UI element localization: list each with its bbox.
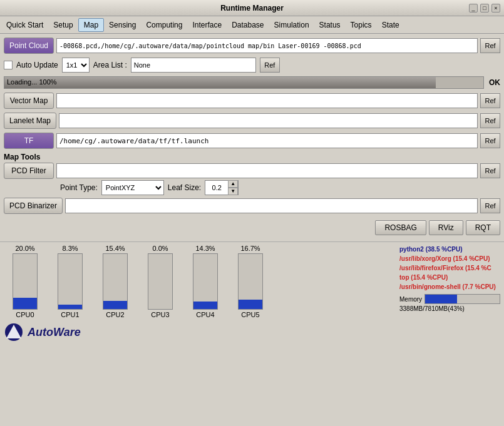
cpu-percent-4: 14.3% bbox=[195, 245, 215, 252]
cpu-item-5: 16.7%CPU5 bbox=[229, 245, 272, 318]
menu-topics[interactable]: Topics bbox=[346, 19, 377, 31]
main-panel: Point Cloud Ref Auto Update 1x1 Area Lis… bbox=[0, 34, 504, 241]
menu-computing[interactable]: Computing bbox=[141, 19, 187, 31]
menu-status[interactable]: Status bbox=[314, 19, 346, 31]
pcd-binarizer-row: PCD Binarizer Ref bbox=[4, 198, 500, 214]
tf-ref-button[interactable]: Ref bbox=[480, 133, 500, 148]
menu-interface[interactable]: Interface bbox=[187, 19, 227, 31]
cpu-label-5: CPU5 bbox=[241, 311, 259, 318]
cpu-bars: 20.0%CPU08.3%CPU115.4%CPU20.0%CPU314.3%C… bbox=[4, 245, 397, 318]
tf-input[interactable] bbox=[56, 133, 478, 148]
pcd-binarizer-input[interactable] bbox=[65, 198, 478, 213]
cpu-bar-fill-0 bbox=[13, 298, 37, 309]
loading-label: Loading... 100% bbox=[7, 78, 57, 86]
point-cloud-row: Point Cloud Ref bbox=[4, 38, 500, 54]
cpu-label-3: CPU3 bbox=[151, 311, 169, 318]
menu-quickstart[interactable]: Quick Start bbox=[1, 19, 48, 31]
process-line-3: /usr/lib/firefox/Firefox (15.4 %C bbox=[399, 263, 500, 273]
cpu-item-4: 14.3%CPU4 bbox=[184, 245, 227, 318]
menubar: Quick Start Setup Map Sensing Computing … bbox=[0, 16, 504, 34]
rqt-button[interactable]: RQT bbox=[466, 220, 500, 235]
tf-button[interactable]: TF bbox=[4, 133, 54, 149]
vector-map-button[interactable]: Vector Map bbox=[4, 93, 54, 109]
cpu-percent-3: 0.0% bbox=[152, 245, 168, 252]
area-list-ref-button[interactable]: Ref bbox=[260, 58, 280, 73]
auto-update-checkbox[interactable] bbox=[4, 61, 13, 69]
cpu-percent-1: 8.3% bbox=[62, 245, 78, 252]
memory-bar-container bbox=[424, 294, 500, 304]
progress-bar-fill bbox=[4, 77, 436, 88]
ok-label: OK bbox=[489, 78, 500, 87]
menu-state[interactable]: State bbox=[377, 19, 404, 31]
point-type-dropdown[interactable]: PointXYZ bbox=[101, 180, 164, 195]
cpu-bar-container-4 bbox=[193, 253, 218, 310]
lanelet-map-ref-button[interactable]: Ref bbox=[480, 113, 500, 128]
map-tools-section: Map Tools PCD Filter Ref Point Type: Poi… bbox=[4, 153, 500, 215]
process-line-5: /usr/bin/gnome-shell (7.7 %CPU) bbox=[399, 282, 500, 292]
pcd-filter-row: PCD Filter Ref bbox=[4, 163, 500, 179]
lanelet-map-button[interactable]: Lanelet Map bbox=[4, 113, 56, 129]
area-list-input[interactable] bbox=[131, 58, 256, 73]
maximize-button[interactable]: □ bbox=[480, 4, 489, 13]
autoware-logo-icon bbox=[4, 322, 24, 342]
pcd-binarizer-button[interactable]: PCD Binarizer bbox=[4, 198, 63, 214]
process-line-4: top (15.4 %CPU) bbox=[399, 273, 500, 282]
point-cloud-input[interactable] bbox=[56, 38, 478, 53]
cpu-label-2: CPU2 bbox=[106, 311, 124, 318]
menu-database[interactable]: Database bbox=[227, 19, 269, 31]
cpu-percent-5: 16.7% bbox=[240, 245, 260, 252]
pcd-binarizer-ref-button[interactable]: Ref bbox=[480, 198, 500, 213]
pcd-filter-ref-button[interactable]: Ref bbox=[480, 163, 500, 178]
map-tools-label: Map Tools bbox=[4, 153, 500, 161]
spinner-down-button[interactable]: ▼ bbox=[228, 188, 238, 195]
menu-map[interactable]: Map bbox=[78, 18, 104, 32]
pcd-filter-input[interactable] bbox=[56, 163, 478, 178]
close-button[interactable]: × bbox=[491, 4, 500, 13]
titlebar: Runtime Manager _ □ × bbox=[0, 0, 504, 16]
window-controls[interactable]: _ □ × bbox=[469, 4, 500, 13]
cpu-percent-0: 20.0% bbox=[15, 245, 34, 252]
spinner-buttons[interactable]: ▲ ▼ bbox=[228, 180, 238, 195]
pcd-filter-button[interactable]: PCD Filter bbox=[4, 163, 54, 179]
minimize-button[interactable]: _ bbox=[469, 4, 478, 13]
grid-dropdown[interactable]: 1x1 bbox=[62, 58, 90, 73]
cpu-percent-2: 15.4% bbox=[105, 245, 125, 252]
process-line-2: /usr/lib/xorg/Xorg (15.4 %CPU) bbox=[399, 254, 500, 263]
cpu-bar-fill-5 bbox=[239, 300, 262, 309]
cpu-bar-container-3 bbox=[148, 253, 173, 310]
cpu-bar-container-5 bbox=[238, 253, 263, 310]
auto-update-label: Auto Update bbox=[16, 61, 58, 69]
point-cloud-ref-button[interactable]: Ref bbox=[480, 38, 500, 53]
progress-bar-container: Loading... 100% bbox=[4, 76, 484, 89]
window-title: Runtime Manager bbox=[35, 4, 469, 13]
cpu-item-3: 0.0%CPU3 bbox=[139, 245, 182, 318]
menu-sensing[interactable]: Sensing bbox=[104, 19, 141, 31]
cpu-item-0: 20.0%CPU0 bbox=[4, 245, 46, 318]
cpu-section: 20.0%CPU08.3%CPU115.4%CPU20.0%CPU314.3%C… bbox=[0, 241, 504, 321]
tf-row: TF Ref bbox=[4, 133, 500, 149]
lanelet-map-row: Lanelet Map Ref bbox=[4, 113, 500, 129]
progress-row: Loading... 100% OK bbox=[4, 76, 500, 89]
cpu-label-1: CPU1 bbox=[61, 311, 79, 318]
vector-map-ref-button[interactable]: Ref bbox=[480, 93, 500, 108]
auto-update-row: Auto Update 1x1 Area List : Ref bbox=[4, 58, 500, 73]
lanelet-map-input[interactable] bbox=[59, 113, 478, 128]
vector-map-input[interactable] bbox=[56, 93, 478, 108]
rviz-button[interactable]: RViz bbox=[429, 220, 463, 235]
menu-setup[interactable]: Setup bbox=[48, 19, 78, 31]
menu-simulation[interactable]: Simulation bbox=[269, 19, 314, 31]
memory-label: Memory bbox=[399, 295, 422, 304]
point-cloud-button[interactable]: Point Cloud bbox=[4, 38, 54, 54]
cpu-label-4: CPU4 bbox=[196, 311, 214, 318]
autoware-footer: AutoWare bbox=[0, 321, 504, 343]
vector-map-row: Vector Map Ref bbox=[4, 93, 500, 109]
leaf-size-label: Leaf Size: bbox=[168, 183, 201, 192]
spinner-up-button[interactable]: ▲ bbox=[228, 180, 238, 188]
rosbag-button[interactable]: ROSBAG bbox=[375, 220, 426, 235]
leaf-size-spinner[interactable]: ▲ ▼ bbox=[205, 180, 239, 195]
memory-text: 3388MB/7810MB(43%) bbox=[399, 304, 500, 313]
area-list-label: Area List : bbox=[93, 61, 127, 69]
point-type-label: Point Type: bbox=[60, 183, 98, 192]
bottom-button-row: ROSBAG RViz RQT bbox=[4, 218, 500, 238]
leaf-size-input[interactable] bbox=[205, 184, 228, 191]
